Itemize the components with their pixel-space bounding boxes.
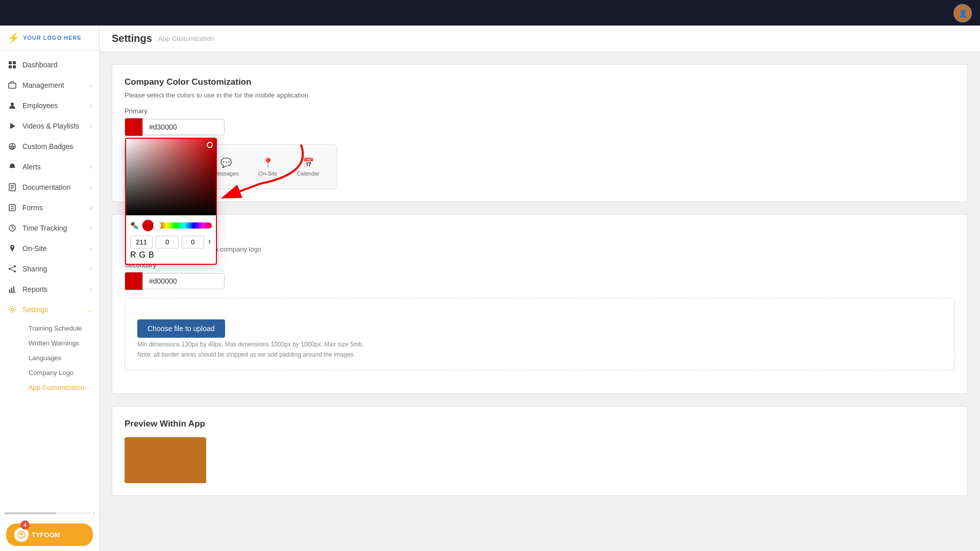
r-label: R bbox=[130, 251, 136, 260]
subnav-languages[interactable]: Languages bbox=[22, 350, 99, 365]
sidebar-item-alerts[interactable]: Alerts › bbox=[0, 157, 99, 177]
svg-line-20 bbox=[11, 267, 14, 268]
svg-rect-24 bbox=[13, 286, 14, 292]
sidebar-item-employees[interactable]: Employees › bbox=[0, 95, 99, 116]
primary-color-input[interactable] bbox=[143, 119, 225, 135]
upload-section: Choose file to upload Min dimensions 130… bbox=[125, 298, 955, 371]
employees-icon bbox=[7, 101, 17, 111]
user-avatar[interactable]: 👤 bbox=[953, 4, 972, 22]
secondary-label: Secondary bbox=[125, 261, 955, 269]
management-chevron: › bbox=[90, 82, 92, 88]
time-tracking-icon bbox=[7, 223, 17, 233]
upload-note2: Note: all border areas should be strippe… bbox=[137, 351, 942, 358]
color-customization-card: Company Color Customization Please selec… bbox=[112, 64, 968, 202]
time-tracking-chevron: › bbox=[90, 225, 92, 231]
bolt-icon: ⚡ bbox=[7, 32, 20, 44]
svg-point-28 bbox=[21, 534, 22, 536]
main-content: Settings App Customization Company Color… bbox=[100, 0, 980, 551]
sidebar: ⚡ YOUR LOGO HERE Dashboard Management › bbox=[0, 0, 100, 551]
picker-r-input[interactable] bbox=[130, 236, 153, 248]
forms-label: Forms bbox=[22, 204, 43, 212]
custom-badges-label: Custom Badges bbox=[22, 142, 74, 151]
topbar bbox=[0, 0, 980, 26]
upload-note1: Min dimensions 130px by 40px. Max dimens… bbox=[137, 341, 942, 348]
tyfoom-icon bbox=[14, 528, 29, 542]
svg-rect-1 bbox=[13, 61, 16, 64]
svg-rect-2 bbox=[9, 65, 12, 68]
picker-tools: ✒️ bbox=[130, 219, 212, 232]
sidebar-item-management[interactable]: Management › bbox=[0, 75, 99, 95]
employees-chevron: › bbox=[90, 103, 92, 109]
sidebar-item-dashboard[interactable]: Dashboard bbox=[0, 55, 99, 75]
on-site-icon bbox=[7, 243, 17, 254]
tyfoom-button[interactable]: 4 TYFOOM bbox=[6, 523, 93, 546]
messages-label: Messages bbox=[213, 170, 239, 177]
color-section-title: Company Color Customization bbox=[125, 77, 955, 87]
subnav-company-logo[interactable]: Company Logo bbox=[22, 365, 99, 380]
svg-rect-0 bbox=[9, 61, 12, 64]
sidebar-item-time-tracking[interactable]: Time Tracking › bbox=[0, 218, 99, 238]
splash-card: Sp any splash screen and upload a compan… bbox=[112, 214, 968, 394]
picker-color-circle bbox=[142, 219, 154, 232]
dashboard-label: Dashboard bbox=[22, 61, 58, 69]
videos-icon bbox=[7, 121, 17, 131]
tyfoom-badge: 4 bbox=[20, 520, 30, 530]
svg-rect-23 bbox=[11, 288, 12, 292]
picker-g-input[interactable] bbox=[156, 236, 178, 248]
app-nav-onsite[interactable]: 📍 On-Site bbox=[249, 153, 286, 181]
svg-rect-3 bbox=[13, 65, 16, 68]
page-title: Settings bbox=[112, 33, 152, 44]
subnav-app-customization[interactable]: App Customization bbox=[22, 380, 99, 395]
subnav-training-schedule[interactable]: Training Schedule bbox=[22, 321, 99, 336]
secondary-color-row bbox=[125, 272, 955, 290]
messages-icon: 💬 bbox=[220, 157, 232, 168]
svg-rect-12 bbox=[9, 205, 15, 211]
eyedropper-icon[interactable]: ✒️ bbox=[130, 221, 139, 230]
sharing-chevron: › bbox=[90, 266, 92, 272]
secondary-color-input[interactable] bbox=[143, 273, 225, 289]
picker-hue-slider[interactable] bbox=[157, 222, 212, 229]
color-picker-gradient[interactable] bbox=[126, 139, 216, 215]
on-site-label: On-Site bbox=[22, 244, 46, 253]
sidebar-item-sharing[interactable]: Sharing › bbox=[0, 259, 99, 279]
on-site-chevron: › bbox=[90, 245, 92, 252]
sidebar-item-custom-badges[interactable]: Custom Badges bbox=[0, 136, 99, 157]
header-bar: Settings App Customization bbox=[100, 26, 980, 52]
alerts-icon bbox=[7, 162, 17, 172]
picker-type-button[interactable]: ⬆ bbox=[207, 236, 212, 248]
primary-color-row bbox=[125, 118, 955, 136]
content-area: Company Color Customization Please selec… bbox=[100, 52, 980, 520]
reports-icon bbox=[7, 284, 17, 294]
sidebar-item-on-site[interactable]: On-Site › bbox=[0, 238, 99, 259]
svg-line-21 bbox=[11, 269, 14, 271]
picker-cursor bbox=[207, 142, 213, 148]
svg-point-5 bbox=[11, 103, 14, 106]
alerts-label: Alerts bbox=[22, 163, 41, 171]
svg-marker-6 bbox=[10, 123, 15, 129]
svg-point-16 bbox=[12, 246, 13, 248]
picker-b-input[interactable] bbox=[182, 236, 204, 248]
sidebar-item-documentation[interactable]: Documentation › bbox=[0, 177, 99, 197]
subnav-written-warnings[interactable]: Written Warnings bbox=[22, 336, 99, 350]
sidebar-item-forms[interactable]: Forms › bbox=[0, 197, 99, 218]
badges-icon bbox=[7, 141, 17, 152]
primary-color-swatch[interactable] bbox=[125, 118, 143, 136]
videos-label: Videos & Playlists bbox=[22, 122, 79, 130]
sidebar-item-settings[interactable]: Settings ⌄ bbox=[0, 299, 99, 320]
management-label: Management bbox=[22, 81, 64, 89]
settings-label: Settings bbox=[22, 306, 48, 314]
upload-button[interactable]: Choose file to upload bbox=[137, 319, 225, 338]
sidebar-item-reports[interactable]: Reports › bbox=[0, 279, 99, 299]
forms-chevron: › bbox=[90, 205, 92, 211]
color-section-desc: Please select the colors to use in the f… bbox=[125, 91, 955, 99]
picker-rgb-labels: R G B bbox=[130, 251, 212, 260]
preview-card: Preview Within App bbox=[112, 406, 968, 496]
secondary-color-swatch[interactable] bbox=[125, 272, 143, 290]
app-nav-calendar[interactable]: 📅 Calendar bbox=[287, 153, 329, 181]
color-picker-popup[interactable]: ✒️ ⬆ R G B bbox=[125, 138, 217, 265]
management-icon bbox=[7, 80, 17, 90]
tyfoom-label: TYFOOM bbox=[32, 531, 60, 539]
primary-label: Primary bbox=[125, 107, 955, 115]
svg-point-26 bbox=[11, 309, 14, 311]
sidebar-item-videos[interactable]: Videos & Playlists › bbox=[0, 116, 99, 136]
